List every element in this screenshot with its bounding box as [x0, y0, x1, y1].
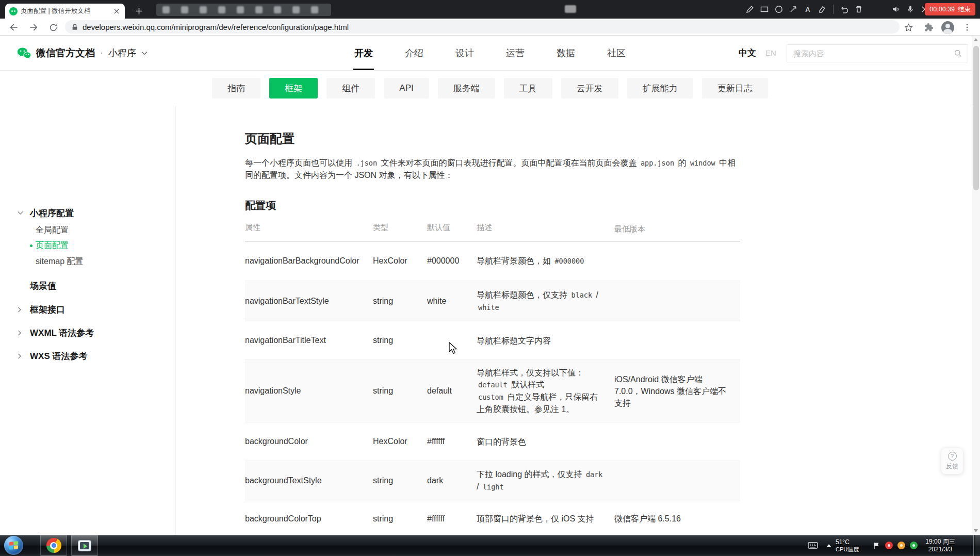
subnav-api[interactable]: API	[384, 78, 429, 99]
subnav-cloud[interactable]: 云开发	[561, 78, 618, 99]
config-table-body: navigationBarBackgroundColorHexColor#000…	[245, 241, 740, 535]
col-header-default: 默认值	[427, 223, 477, 235]
site-header: 微信官方文档 · 小程序 开发 介绍 设计 运营 数据 社区 中文 EN	[0, 36, 980, 71]
sidebar-item-global-config[interactable]: 全局配置	[0, 222, 175, 238]
table-row: backgroundColorTopstring#ffffff顶部窗口的背景色，…	[245, 500, 740, 535]
scroll-up-icon[interactable]	[974, 38, 978, 41]
text-tool-icon[interactable]: A	[802, 3, 814, 15]
extensions-puzzle-icon[interactable]	[922, 21, 936, 34]
start-button[interactable]	[4, 536, 23, 555]
tray-app-orange-icon[interactable]	[897, 535, 905, 556]
nav-item-community[interactable]: 社区	[607, 36, 626, 70]
tab-close-icon[interactable]	[112, 7, 121, 15]
recorder-app-icon	[78, 540, 91, 551]
rectangle-tool-icon[interactable]	[758, 3, 771, 15]
cell-property: navigationBarTitleText	[245, 336, 373, 345]
page-scrollbar[interactable]	[972, 36, 980, 535]
forward-button[interactable]	[27, 21, 40, 34]
chevron-down-icon	[18, 211, 23, 215]
sidebar-item-page-config[interactable]: 页面配置	[0, 237, 175, 254]
sidebar-item-scene-values[interactable]: 场景值	[0, 277, 175, 294]
refresh-button[interactable]	[46, 21, 60, 34]
feedback-button[interactable]: ? 反馈	[941, 448, 963, 474]
new-tab-button[interactable]	[132, 4, 145, 18]
cell-type: HexColor	[373, 256, 427, 266]
lang-zh[interactable]: 中文	[739, 36, 756, 70]
subnav-component[interactable]: 组件	[326, 78, 375, 99]
sidebar-item-wxml-reference[interactable]: WXML 语法参考	[0, 324, 175, 341]
scrollbar-thumb[interactable]	[973, 46, 979, 190]
screen: 页面配置 | 微信开放文档	[0, 0, 980, 556]
chevron-down-icon	[141, 51, 148, 55]
taskbar-recorder-button[interactable]	[71, 535, 98, 556]
search-input[interactable]	[792, 48, 954, 58]
action-center-flag-icon[interactable]	[873, 535, 880, 556]
col-header-description: 描述	[477, 223, 614, 235]
lock-icon	[71, 23, 78, 31]
sidebar-item-sitemap-config[interactable]: sitemap 配置	[0, 253, 175, 270]
sidebar-item-miniprogram-config[interactable]: 小程序配置	[0, 205, 175, 221]
browser-toolbar: developers.weixin.qq.com/miniprogram/dev…	[0, 19, 980, 36]
microphone-icon[interactable]	[904, 3, 917, 15]
nav-item-intro[interactable]: 介绍	[405, 36, 423, 70]
address-bar[interactable]: developers.weixin.qq.com/miniprogram/dev…	[65, 20, 900, 34]
highlighter-tool-icon[interactable]	[816, 3, 828, 15]
search-icon[interactable]	[954, 49, 962, 58]
sidebar-item-framework-api[interactable]: 框架接口	[0, 301, 175, 318]
cell-property: backgroundColorTop	[245, 514, 373, 524]
input-method-icon[interactable]	[808, 535, 818, 556]
intro-paragraph: 每一个小程序页面也可以使用 .json 文件来对本页面的窗口表现进行配置。页面中…	[245, 157, 740, 182]
ellipse-tool-icon[interactable]	[773, 3, 785, 15]
taskbar-chrome-button[interactable]	[40, 535, 67, 556]
cell-default: #000000	[427, 256, 477, 266]
nav-item-design[interactable]: 设计	[455, 36, 474, 70]
question-icon: ?	[948, 452, 957, 461]
subnav-tools[interactable]: 工具	[504, 78, 552, 99]
brand-name: 微信官方文档	[36, 46, 95, 60]
wechat-logo-icon	[17, 47, 31, 59]
cell-property: backgroundTextStyle	[245, 476, 373, 485]
browser-tab[interactable]: 页面配置 | 微信开放文档	[5, 4, 125, 19]
cell-min-version: iOS/Android 微信客户端 7.0.0，Windows 微信客户端不支持	[614, 373, 740, 409]
nav-item-data[interactable]: 数据	[557, 36, 575, 70]
show-desktop-button[interactable]	[973, 535, 980, 556]
undo-icon[interactable]	[838, 3, 851, 15]
lang-en[interactable]: EN	[765, 36, 776, 70]
subnav-framework[interactable]: 框架	[269, 78, 318, 99]
sidebar-item-wxs-reference[interactable]: WXS 语法参考	[0, 348, 175, 364]
subnav-server[interactable]: 服务端	[438, 78, 495, 99]
arrow-tool-icon[interactable]	[787, 3, 799, 15]
bookmark-star-icon[interactable]	[902, 21, 915, 34]
subnav-changelog[interactable]: 更新日志	[702, 78, 768, 99]
back-button[interactable]	[7, 21, 21, 34]
cell-type: string	[373, 476, 427, 485]
taskbar-clock[interactable]: 19:00 周三 2021/3/3	[922, 535, 958, 556]
cell-description: 导航栏标题文字内容	[477, 335, 614, 347]
chevron-right-icon	[18, 353, 22, 359]
subnav-extended[interactable]: 扩展能力	[627, 78, 693, 99]
sidebar: 小程序配置 全局配置 页面配置 sitemap 配置 场景值 框架接口 WXML	[0, 106, 176, 535]
cpu-temp-value: 51°C	[836, 538, 850, 546]
nav-item-operation[interactable]: 运营	[506, 36, 525, 70]
nav-item-develop[interactable]: 开发	[354, 36, 373, 70]
col-header-min-version: 最低版本	[614, 223, 740, 235]
recording-timer-stop-button[interactable]: 00:00:39 结束	[925, 3, 975, 15]
windows-taskbar: 51°C CPU温度 19:00 周三 2021/3/3	[0, 535, 980, 556]
url-text: developers.weixin.qq.com/miniprogram/dev…	[83, 23, 349, 31]
profile-avatar[interactable]	[941, 21, 954, 34]
browser-menu-icon[interactable]	[960, 21, 974, 34]
speaker-icon[interactable]	[890, 3, 902, 15]
tray-app-red-icon[interactable]	[885, 535, 893, 556]
cell-description: 导航栏样式，仅支持以下值：default 默认样式custom 自定义导航栏，只…	[477, 367, 614, 415]
subnav-guide[interactable]: 指南	[212, 78, 260, 99]
cell-description: 导航栏标题颜色，仅支持 black / white	[477, 289, 614, 314]
brand[interactable]: 微信官方文档 · 小程序	[17, 36, 148, 70]
hidden-icons-arrow[interactable]	[826, 535, 831, 556]
cell-description: 导航栏背景颜色，如 #000000	[477, 255, 614, 267]
scroll-down-icon[interactable]	[974, 529, 978, 532]
trash-icon[interactable]	[853, 3, 865, 15]
pen-tool-icon[interactable]	[744, 3, 756, 15]
tray-app-green-icon[interactable]	[910, 535, 918, 556]
cell-min-version: 微信客户端 6.5.16	[614, 513, 740, 525]
brand-product[interactable]: 小程序	[108, 47, 136, 59]
